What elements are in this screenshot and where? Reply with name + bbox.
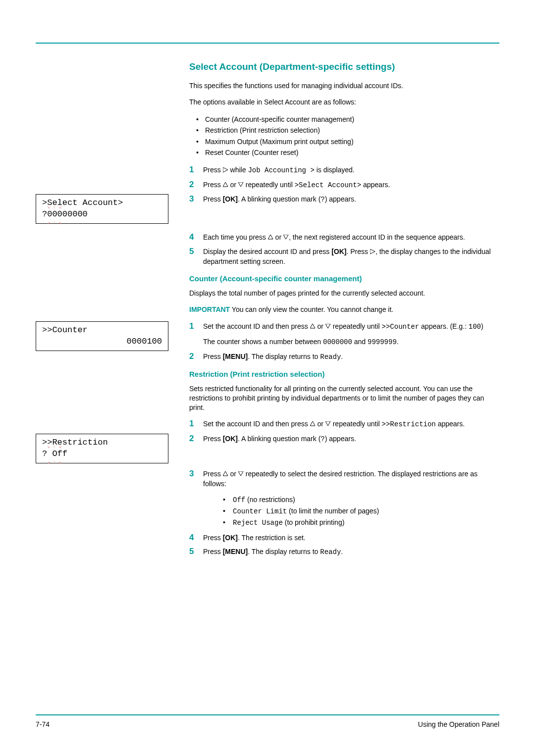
step-text: Each time you press or , the next regist… [203, 233, 465, 241]
lcd-line: ?00000000 [42, 209, 88, 219]
step-item: 5 Display the desired account ID and pre… [189, 247, 499, 267]
list-item: Reset Counter (Counter reset) [189, 147, 499, 158]
restriction-steps-1: 1 Set the account ID and then press or r… [189, 419, 499, 429]
restriction-para: Sets restricted functionality for all pr… [189, 384, 499, 412]
triangle-up-icon [310, 421, 316, 427]
step-text: Press [OK]. A blinking question mark (?)… [203, 435, 356, 443]
lcd-select-account: >Select Account> ↘ ↓ ↙ ?00000000 ↗ ↑ ↖ [36, 194, 168, 224]
step-text: Press [MENU]. The display returns to Rea… [203, 353, 343, 360]
header-rule [36, 43, 499, 44]
step-item: 2 Press [MENU]. The display returns to R… [189, 352, 499, 362]
list-item: Counter (Account-specific counter manage… [189, 114, 499, 125]
triangle-down-icon [325, 421, 331, 427]
lcd-line: 0000100 [42, 336, 164, 348]
counter-important: IMPORTANT You can only view the counter.… [189, 305, 499, 314]
triangle-down-icon [283, 235, 289, 240]
subsection-restriction-heading: Restriction (Print restriction selection… [189, 370, 499, 378]
triangle-up-icon [223, 471, 228, 477]
page-number: 7-74 [36, 720, 50, 728]
triangle-down-icon [238, 471, 244, 477]
list-item: Off (no restrictions) [203, 494, 499, 505]
list-item: Counter Limit (to limit the number of pa… [203, 505, 499, 517]
step-item: 1 Press while Job Accounting > is displa… [189, 165, 499, 175]
page-title: Select Account (Department-specific sett… [189, 61, 499, 72]
lcd-line: >>Counter [42, 325, 164, 336]
footer-rule [36, 714, 499, 715]
step-text: Press [OK]. A blinking question mark (?)… [203, 195, 356, 203]
lcd-counter: >>Counter 0000100 [36, 321, 168, 351]
counter-para: Displays the total number of pages print… [189, 289, 499, 298]
step-item: 1 Set the account ID and then press or r… [189, 321, 499, 348]
list-item: Maximum Output (Maximum print output set… [189, 136, 499, 147]
restriction-steps-2: 2 Press [OK]. A blinking question mark (… [189, 434, 499, 557]
step-text: Display the desired account ID and press… [203, 248, 491, 265]
triangle-right-icon [370, 249, 375, 254]
triangle-down-icon [238, 182, 244, 188]
triangle-right-icon [223, 167, 228, 173]
counter-steps: 1 Set the account ID and then press or r… [189, 321, 499, 362]
section-name: Using the Operation Panel [418, 720, 499, 728]
options-list: Counter (Account-specific counter manage… [189, 114, 499, 158]
list-item: Reject Usage (to prohibit printing) [203, 517, 499, 528]
step-item: 2 Press [OK]. A blinking question mark (… [189, 434, 499, 444]
step-item: 4 Each time you press or , the next regi… [189, 232, 499, 242]
lcd-restriction: >>Restriction ↘ ↓ ↙ ? Off ↗ ↑ ↖ [36, 434, 168, 463]
step-text: The counter shows a number between 00000… [203, 338, 399, 346]
steps-main-1: 1 Press while Job Accounting > is displa… [189, 165, 499, 190]
triangle-up-icon [268, 235, 273, 240]
list-item: Restriction (Print restriction selection… [189, 125, 499, 136]
step-text: Press or repeatedly until >Select Accoun… [203, 181, 390, 189]
step-item: 4 Press [OK]. The restriction is set. [189, 533, 499, 543]
page-footer: 7-74 Using the Operation Panel [36, 714, 499, 728]
step-item: 5 Press [MENU]. The display returns to R… [189, 547, 499, 557]
step-text: Press [OK]. The restriction is set. [203, 534, 306, 542]
intro-text-1: This specifies the functions used for ma… [189, 81, 499, 91]
subsection-counter-heading: Counter (Account-specific counter manage… [189, 274, 499, 283]
step-item: 3 Press [OK]. A blinking question mark (… [189, 194, 499, 204]
step-text: Press [MENU]. The display returns to Rea… [203, 548, 343, 555]
intro-text-2: The options available in Select Account … [189, 98, 499, 107]
steps-main-2: 3 Press [OK]. A blinking question mark (… [189, 194, 499, 266]
step-text: Set the account ID and then press or rep… [203, 420, 465, 428]
triangle-down-icon [325, 324, 331, 329]
lcd-line: ? Off [42, 449, 67, 458]
step-text: Press while Job Accounting > is displaye… [203, 166, 355, 174]
step-item: 3 Press or repeatedly to select the desi… [189, 469, 499, 529]
step-item: 2 Press or repeatedly until >Select Acco… [189, 180, 499, 190]
step-text: Set the account ID and then press or rep… [203, 322, 483, 330]
step-item: 1 Set the account ID and then press or r… [189, 419, 499, 429]
step-text: Press or repeatedly to select the desire… [203, 470, 478, 488]
triangle-up-icon [310, 324, 316, 329]
triangle-up-icon [223, 182, 228, 188]
